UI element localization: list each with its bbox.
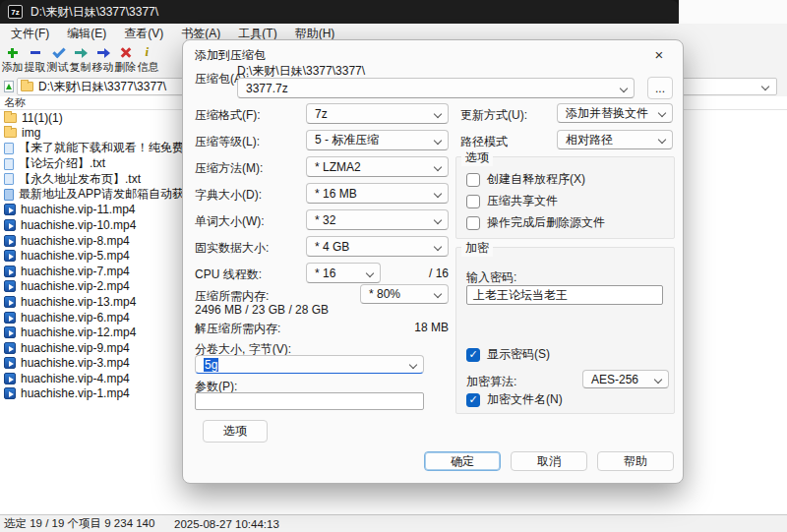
chevron-down-icon <box>434 136 442 144</box>
setting-row: 压缩等级(L):5 - 标准压缩 <box>195 128 449 154</box>
options-button[interactable]: 选项 <box>203 420 268 443</box>
setting-combo[interactable]: 5 - 标准压缩 <box>306 130 449 150</box>
cancel-button[interactable]: 取消 <box>511 451 587 471</box>
browse-button[interactable]: ... <box>647 77 673 99</box>
video-icon <box>4 235 16 247</box>
测试-toolbar-button[interactable]: 测试 <box>46 43 69 77</box>
setting-row: CPU 线程数:* 16/ 16 <box>195 261 449 287</box>
setting-value: * LZMA2 <box>315 160 361 174</box>
file-name: 11(1)(1) <box>22 111 63 125</box>
option-checkbox[interactable]: 操作完成后删除源文件 <box>466 214 605 231</box>
toolbar-button-label: 移动 <box>92 60 114 75</box>
menu-item[interactable]: 文件(F) <box>2 24 58 44</box>
folder-up-icon[interactable] <box>4 81 14 92</box>
file-name: huachishe.vip-5.mp4 <box>21 249 130 263</box>
delete-x-icon <box>119 45 133 59</box>
setting-combo[interactable]: * 16 MB <box>306 183 449 204</box>
toolbar-button-label: 信息 <box>138 60 159 75</box>
video-icon <box>4 342 16 354</box>
setting-combo[interactable]: * 32 <box>306 209 449 230</box>
encrypt-names-checkbox[interactable]: 加密文件名(N) <box>466 391 563 408</box>
video-icon <box>4 357 16 369</box>
toolbar-button-label: 测试 <box>47 60 69 75</box>
text-icon <box>4 143 14 154</box>
status-timestamp: 2025-08-27 10:44:13 <box>174 518 279 530</box>
移动-toolbar-button[interactable]: 移动 <box>91 43 114 77</box>
test-check-icon <box>51 45 65 59</box>
chevron-down-icon <box>434 189 442 197</box>
option-checkbox[interactable]: 压缩共享文件 <box>466 193 558 209</box>
info-icon <box>142 45 155 59</box>
extract-minus-icon <box>29 45 42 59</box>
chevron-down-icon <box>434 215 442 223</box>
checkbox-checked-icon <box>466 348 480 362</box>
chevron-down-icon[interactable] <box>761 83 769 90</box>
checkbox-checked-icon <box>466 393 480 407</box>
提取-toolbar-button[interactable]: 提取 <box>24 43 46 77</box>
file-icon <box>4 189 14 201</box>
memory-percent-combo[interactable]: * 80% <box>360 284 449 304</box>
file-name: huachishe.vip-9.mp4 <box>21 341 130 355</box>
setting-value: * 32 <box>315 213 335 227</box>
file-name: huachishe.vip-7.mp4 <box>21 265 130 278</box>
删除-toolbar-button[interactable]: 删除 <box>114 43 137 77</box>
option-checkbox[interactable]: 创建自释放程序(X) <box>466 171 585 188</box>
setting-row: 压缩方法(M):* LZMA2 <box>195 154 449 181</box>
信息-toolbar-button[interactable]: 信息 <box>137 43 159 77</box>
add-plus-icon <box>6 45 20 59</box>
file-name: 【永久地址发布页】.txt <box>19 171 141 188</box>
setting-label: 压缩等级(L): <box>195 134 260 150</box>
checkbox-unchecked-icon <box>466 173 480 187</box>
file-name: huachishe.vip-3.mp4 <box>21 356 130 370</box>
copy-arrow-icon <box>74 45 88 59</box>
file-name: huachishe.vip-12.mp4 <box>21 325 136 339</box>
toolbar-button-label: 复制 <box>70 60 91 75</box>
menu-item[interactable]: 编辑(E) <box>58 24 115 44</box>
update-mode-combo[interactable]: 添加并替换文件 <box>557 103 673 123</box>
encryption-method-label: 加密算法: <box>466 374 516 390</box>
setting-value: * 16 MB <box>315 187 357 201</box>
encryption-group-title: 加密 <box>461 240 493 257</box>
setting-label: 压缩方法(M): <box>195 160 263 177</box>
split-size-combo[interactable]: 5g <box>195 355 424 374</box>
split-size-value: 5g <box>204 358 218 372</box>
chevron-down-icon <box>434 162 442 170</box>
video-icon <box>4 204 16 215</box>
password-input[interactable]: 上老王论坛当老王 <box>466 285 663 305</box>
path-mode-combo[interactable]: 相对路径 <box>557 130 673 149</box>
video-icon <box>4 326 16 338</box>
help-button[interactable]: 帮助 <box>597 451 674 471</box>
close-icon[interactable]: × <box>649 44 669 64</box>
file-name: huachishe.vip-4.mp4 <box>21 372 130 385</box>
添加-toolbar-button[interactable]: 添加 <box>1 43 24 77</box>
ok-button[interactable]: 确定 <box>424 451 501 471</box>
video-icon <box>4 296 16 308</box>
path-mode-label: 路径模式 <box>460 134 508 150</box>
chevron-down-icon <box>658 136 666 144</box>
toolbar-button-label: 删除 <box>115 60 137 75</box>
menu-item[interactable]: 查看(V) <box>115 24 172 44</box>
setting-combo[interactable]: 7z <box>306 103 449 124</box>
setting-combo[interactable]: * 4 GB <box>306 236 449 257</box>
setting-combo[interactable]: * LZMA2 <box>306 156 449 177</box>
parameters-input[interactable] <box>195 392 424 410</box>
file-name: img <box>22 126 40 140</box>
text-icon <box>4 158 14 170</box>
encryption-group: 加密 输入密码: 上老王论坛当老王 显示密码(S) 加密算法: AES-256 … <box>455 247 675 414</box>
chevron-down-icon <box>409 360 417 368</box>
复制-toolbar-button[interactable]: 复制 <box>69 43 91 77</box>
archive-name-combo[interactable]: 3377.7z <box>237 78 635 98</box>
setting-combo[interactable]: * 16 <box>306 263 381 283</box>
chevron-down-icon <box>658 109 666 117</box>
folder-icon <box>4 113 17 123</box>
titlebar: 7z D:\来财\日妹\3377\3377\ <box>0 0 679 24</box>
chevron-down-icon <box>434 242 442 250</box>
dialog-title: 添加到压缩包 <box>195 47 266 64</box>
setting-row: 压缩格式(F):7z <box>195 101 449 128</box>
background-window <box>679 0 787 24</box>
options-group: 选项 创建自释放程序(X)压缩共享文件操作完成后删除源文件 <box>455 156 675 239</box>
chevron-down-icon <box>654 375 662 383</box>
show-password-checkbox[interactable]: 显示密码(S) <box>466 346 550 363</box>
setting-label: 单词大小(W): <box>195 213 265 230</box>
encryption-method-combo[interactable]: AES-256 <box>582 370 669 388</box>
